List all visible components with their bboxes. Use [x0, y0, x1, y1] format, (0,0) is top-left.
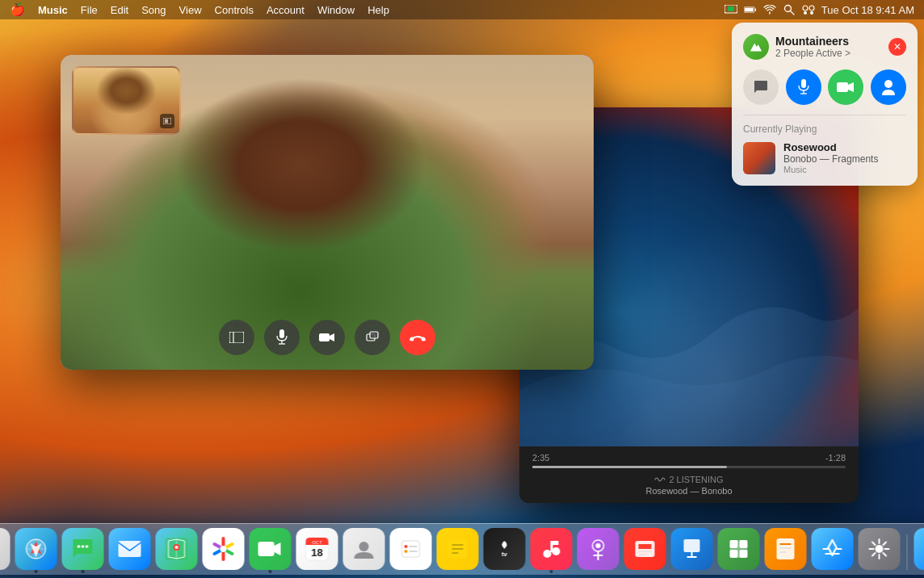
- svg-rect-1: [728, 6, 734, 11]
- svg-point-67: [405, 550, 408, 553]
- music-time-remaining: -1:28: [825, 453, 846, 463]
- dock-item-safari[interactable]: [15, 528, 57, 570]
- notif-group-name[interactable]: Mountaineers: [775, 35, 850, 48]
- dock-item-podcasts[interactable]: [578, 528, 620, 570]
- currently-playing-label: Currently Playing: [743, 124, 906, 135]
- notif-close-button[interactable]: ✕: [888, 38, 906, 56]
- help-menu[interactable]: Help: [368, 4, 389, 16]
- control-center-icon[interactable]: [802, 3, 815, 16]
- numbers-icon: [728, 538, 750, 560]
- dock-item-facetime[interactable]: [250, 528, 292, 570]
- svg-rect-18: [319, 333, 330, 341]
- notification-popup: Mountaineers 2 People Active > ✕: [732, 23, 918, 186]
- podcasts-icon: [589, 538, 608, 560]
- appletv-icon: tv: [494, 539, 516, 559]
- pages-icon: [775, 538, 796, 560]
- music-track-bottom: Rosewood — Bonobo: [532, 486, 846, 496]
- svg-rect-83: [684, 539, 700, 552]
- facetime-window: [61, 55, 594, 370]
- svg-point-56: [220, 546, 227, 552]
- apple-menu[interactable]: 🍎: [10, 2, 25, 17]
- svg-rect-15: [279, 329, 284, 338]
- svg-rect-51: [119, 541, 141, 557]
- maps-icon: [166, 538, 188, 560]
- music-time-current: 2:35: [532, 453, 549, 463]
- search-icon[interactable]: [783, 3, 796, 16]
- dock-item-calendar[interactable]: 18 OCT: [296, 528, 338, 570]
- dock-item-news[interactable]: [624, 528, 666, 570]
- menubar-left: 🍎 Music File Edit Song View Controls Acc…: [10, 2, 389, 17]
- notif-group-sub[interactable]: 2 People Active >: [775, 48, 850, 59]
- notif-header: Mountaineers 2 People Active > ✕: [743, 34, 906, 60]
- facetime-camera-button[interactable]: [309, 320, 345, 355]
- dock-item-music[interactable]: [531, 528, 573, 570]
- dock-item-messages[interactable]: [62, 528, 104, 570]
- mountains-icon: [749, 40, 763, 54]
- dock-item-contacts[interactable]: [343, 528, 385, 570]
- svg-point-21: [410, 337, 414, 341]
- dock-item-appletv[interactable]: tv: [484, 528, 526, 570]
- app-name-menu[interactable]: Music: [38, 4, 68, 16]
- svg-point-22: [422, 337, 426, 341]
- dock-item-appstore[interactable]: [812, 528, 854, 570]
- dock-item-pages[interactable]: [765, 528, 807, 570]
- dock-item-reminders[interactable]: [390, 528, 432, 570]
- svg-point-49: [82, 545, 85, 548]
- svg-rect-3: [755, 8, 756, 10]
- controls-menu[interactable]: Controls: [215, 4, 254, 16]
- notif-track-artist: Bonobo — Fragments: [783, 153, 878, 165]
- wifi-icon: [763, 3, 776, 16]
- dock-item-keynote[interactable]: [671, 528, 713, 570]
- facetime-icon: [258, 540, 283, 558]
- dock-item-photos[interactable]: [203, 528, 245, 570]
- dock-item-downloads[interactable]: [914, 528, 925, 570]
- dock-item-launchpad[interactable]: [0, 528, 10, 570]
- music-progress-bar[interactable]: [532, 466, 846, 468]
- video-icon: [837, 81, 855, 94]
- song-menu[interactable]: Song: [141, 4, 166, 16]
- facetime-pip-thumbnail[interactable]: [72, 66, 181, 135]
- svg-point-55: [175, 546, 178, 549]
- svg-text:OCT: OCT: [312, 540, 322, 545]
- svg-line-6: [790, 11, 794, 15]
- svg-text:18: 18: [311, 547, 322, 559]
- dock-item-mail[interactable]: [109, 528, 151, 570]
- notif-video-button[interactable]: [828, 69, 863, 105]
- svg-rect-77: [551, 541, 559, 545]
- view-menu[interactable]: View: [179, 4, 202, 16]
- notif-message-button[interactable]: [743, 69, 779, 105]
- svg-rect-89: [730, 550, 738, 558]
- file-menu[interactable]: File: [81, 4, 98, 16]
- notif-mic-button[interactable]: [786, 69, 821, 105]
- svg-point-95: [876, 545, 884, 553]
- facetime-sidebar-button[interactable]: [219, 320, 254, 355]
- facetime-end-call-button[interactable]: [400, 320, 435, 355]
- notif-person-button[interactable]: [871, 69, 906, 105]
- launchpad-icon: [0, 538, 1, 560]
- pip-badge: [160, 114, 174, 128]
- mail-icon: [118, 540, 142, 558]
- window-menu[interactable]: Window: [317, 4, 355, 16]
- svg-rect-64: [402, 541, 420, 557]
- svg-point-75: [552, 547, 561, 555]
- music-progress-fill: [532, 466, 727, 468]
- dock-item-sysprefs[interactable]: [859, 528, 901, 570]
- svg-point-50: [86, 545, 89, 548]
- edit-menu[interactable]: Edit: [111, 4, 128, 16]
- safari-icon: [24, 537, 48, 561]
- dock-item-numbers[interactable]: [718, 528, 760, 570]
- notes-icon: [447, 538, 469, 560]
- facetime-controls: [219, 320, 435, 355]
- dock-item-notes[interactable]: [437, 528, 479, 570]
- svg-point-8: [809, 6, 814, 10]
- account-menu[interactable]: Account: [267, 4, 304, 16]
- facetime-share-button[interactable]: [355, 320, 390, 355]
- dock-item-maps[interactable]: [156, 528, 198, 570]
- svg-point-27: [884, 80, 892, 88]
- svg-rect-12: [165, 119, 168, 124]
- notif-actions: [743, 69, 906, 105]
- keynote-icon: [681, 538, 704, 560]
- contacts-icon: [353, 538, 376, 560]
- notif-group-icon: [743, 34, 769, 60]
- facetime-mic-button[interactable]: [264, 320, 300, 355]
